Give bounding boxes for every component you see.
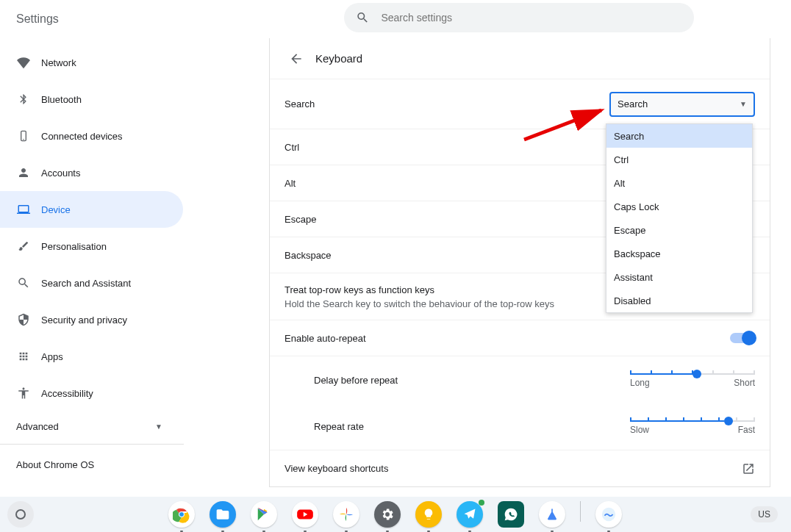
sidebar-about[interactable]: About Chrome OS [0,459,183,470]
photos-icon [338,506,354,522]
dropdown-option[interactable]: Assistant [606,265,752,289]
back-button[interactable] [283,46,309,72]
sidebar-item-network[interactable]: Network [0,44,183,81]
sidebar-item-label: Apps [41,351,63,362]
row-sublabel: Hold the Search key to switch the behavi… [284,298,554,309]
photos-app[interactable] [333,501,359,528]
dropdown-option[interactable]: Escape [606,218,752,242]
accessibility-icon [16,386,31,400]
sidebar-item-bluetooth[interactable]: Bluetooth [0,81,183,118]
dropdown-option[interactable]: Backspace [606,242,752,265]
play-store-app[interactable] [251,501,277,528]
keep-app[interactable] [415,501,442,528]
settings-app[interactable] [374,501,401,528]
row-label: Ctrl [284,142,299,153]
sidebar-item-search-assistant[interactable]: Search and Assistant [0,265,183,301]
shelf: US [0,497,791,532]
about-label: About Chrome OS [16,459,94,470]
row-label: View keyboard shortcuts [284,463,388,474]
open-in-new-icon [742,462,755,475]
dropdown-value: Search [618,98,648,109]
gear-icon [380,507,395,522]
search-icon [16,276,31,290]
dropdown-option[interactable]: Disabled [606,289,752,312]
toggle-knob [742,331,756,345]
folder-icon [215,507,230,522]
row-label: Alt [284,178,296,189]
wifi-icon [16,55,31,70]
notification-dot [479,500,484,506]
delay-slider[interactable]: Long Short [630,369,755,391]
view-shortcuts-row[interactable]: View keyboard shortcuts [270,450,770,486]
sidebar-item-apps[interactable]: Apps [0,338,183,375]
search-box[interactable] [344,3,694,32]
keymap-row-search: Search Search ▼ [270,79,770,129]
sidebar-item-connected-devices[interactable]: Connected devices [0,118,183,154]
apps-icon [16,349,31,364]
separator [0,444,184,445]
files-app[interactable] [210,501,236,528]
sidebar-item-personalisation[interactable]: Personalisation [0,228,183,265]
row-label: Backspace [284,250,332,261]
subpage-title: Keyboard [315,52,362,65]
canary-app[interactable] [539,501,565,528]
dropdown-option[interactable]: Ctrl [606,148,752,171]
search-key-dropdown[interactable]: Search ▼ [609,92,755,117]
launcher-button[interactable] [7,501,34,528]
dropdown-option[interactable]: Alt [606,171,752,195]
telegram-app[interactable] [457,501,483,528]
sidebar: Network Bluetooth Connected devices Acco… [0,38,184,497]
sidebar-item-label: Accessibility [41,388,93,399]
row-label: Repeat rate [314,421,364,432]
sidebar-item-label: Connected devices [41,131,123,142]
pinned-app[interactable] [595,501,622,528]
flask-icon [545,507,559,522]
rate-slider[interactable]: Slow Fast [630,416,755,438]
sidebar-item-label: Personalisation [41,241,107,252]
caret-down-icon: ▼ [740,100,747,108]
row-label: Search [284,98,315,109]
app-icon [601,506,617,522]
page-title: Settings [16,12,59,26]
sidebar-item-label: Device [41,204,71,215]
launcher-icon [15,509,26,520]
autorepeat-toggle[interactable] [730,333,755,343]
chrome-icon [173,506,190,523]
row-label: Enable auto-repeat [284,333,366,344]
sidebar-item-label: Accounts [41,168,80,179]
whatsapp-app[interactable] [498,501,524,528]
dropdown-option[interactable]: Caps Lock [606,195,752,218]
shelf-separator [580,501,581,522]
sidebar-item-label: Search and Assistant [41,278,131,289]
bluetooth-icon [16,92,31,107]
chrome-app[interactable] [168,501,195,528]
dropdown-option[interactable]: Search [606,124,752,148]
autorepeat-row: Enable auto-repeat [270,320,770,356]
sidebar-item-accounts[interactable]: Accounts [0,154,183,191]
sidebar-item-accessibility[interactable]: Accessibility [0,375,183,411]
status-tray[interactable]: US [751,506,784,522]
row-label: Delay before repeat [314,375,398,386]
sidebar-item-device[interactable]: Device [0,191,183,228]
sidebar-item-security[interactable]: Security and privacy [0,301,183,338]
search-input[interactable] [381,12,682,24]
arrow-back-icon [289,51,304,66]
search-key-dropdown-menu[interactable]: Search Ctrl Alt Caps Lock Escape Backspa… [606,123,753,313]
app-header: Settings [0,0,791,38]
sidebar-item-label: Security and privacy [41,314,127,326]
youtube-app[interactable] [292,501,318,528]
repeat-rate-row: Repeat rate Slow Fast [270,403,770,450]
whatsapp-icon [504,507,518,522]
phone-icon [16,129,31,143]
person-icon [16,165,31,180]
keep-icon [422,508,435,521]
laptop-icon [16,202,31,217]
shield-icon [16,312,31,327]
sidebar-advanced[interactable]: Advanced ▼ [0,411,183,441]
slider-right-label: Fast [738,425,755,435]
subpage-header: Keyboard [270,38,770,79]
ime-indicator[interactable]: US [751,506,778,522]
youtube-icon [296,505,315,524]
sidebar-item-label: Network [41,57,76,68]
row-label: Escape [284,214,316,225]
